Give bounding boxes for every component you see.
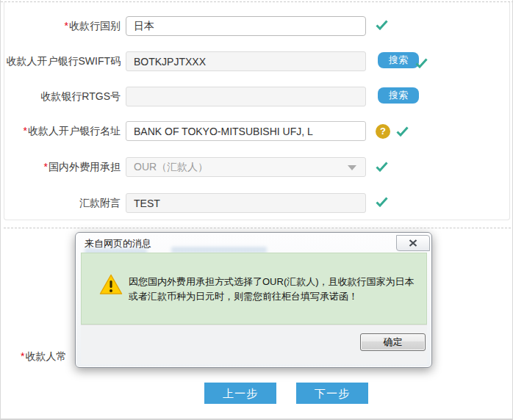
bank-name-address-label: *收款人开户银行名址 (1, 121, 121, 141)
beneficiary-bank-form-page: *收款行国别 收款人开户银行SWIFT码 搜索 收款银行RTGS号 搜索 *收款… (0, 0, 513, 420)
required-asterisk: * (24, 125, 27, 137)
check-icon (376, 162, 388, 172)
swift-code-input[interactable] (126, 51, 366, 71)
dialog-message-area: 因您国内外费用承担方式选择了OUR(汇款人)，且收款行国家为日本或者汇款币种为日… (81, 253, 427, 325)
warning-triangle-icon (99, 274, 123, 298)
webpage-message-dialog: 来自网页的消息 因您国内外费用承担方式选择了OUR(汇款人)，且收款行国家为日本… (75, 232, 432, 368)
previous-step-button[interactable]: 上一步 (204, 383, 276, 404)
rtgs-number-input[interactable] (126, 87, 366, 106)
check-icon (396, 126, 409, 137)
required-asterisk: * (65, 20, 68, 32)
beneficiary-country-label: *收款行国别 (1, 16, 121, 36)
remittance-memo-input[interactable] (126, 193, 366, 213)
rtgs-search-button[interactable]: 搜索 (378, 87, 419, 104)
close-icon[interactable] (396, 235, 430, 251)
next-step-button[interactable]: 下一步 (296, 383, 368, 404)
fee-bearer-label: *国内外费用承担 (1, 157, 121, 177)
swift-search-button[interactable]: 搜索 (378, 52, 419, 68)
fee-bearer-select[interactable]: OUR（汇款人） (126, 157, 366, 177)
dialog-message-text: 因您国内外费用承担方式选择了OUR(汇款人)，且收款行国家为日本或者汇款币种为日… (129, 275, 423, 304)
rtgs-number-label: 收款银行RTGS号 (1, 87, 121, 106)
beneficiary-country-input[interactable] (126, 16, 366, 36)
required-asterisk: * (21, 350, 24, 362)
required-asterisk: * (44, 161, 48, 173)
check-icon (376, 20, 388, 30)
ok-button[interactable]: 确定 (360, 333, 426, 351)
beneficiary-common-info-label: *收款人常 (21, 350, 66, 363)
fee-bearer-selected-value: OUR（汇款人） (134, 161, 208, 173)
check-icon (376, 197, 388, 207)
section-dashed-divider (4, 228, 511, 228)
remittance-memo-label: 汇款附言 (1, 193, 121, 213)
check-icon (415, 58, 428, 68)
bank-name-address-input[interactable] (126, 121, 366, 141)
chevron-down-icon (348, 165, 356, 170)
help-question-icon[interactable]: ? (376, 124, 390, 139)
swift-code-label: 收款人开户银行SWIFT码 (1, 51, 121, 71)
